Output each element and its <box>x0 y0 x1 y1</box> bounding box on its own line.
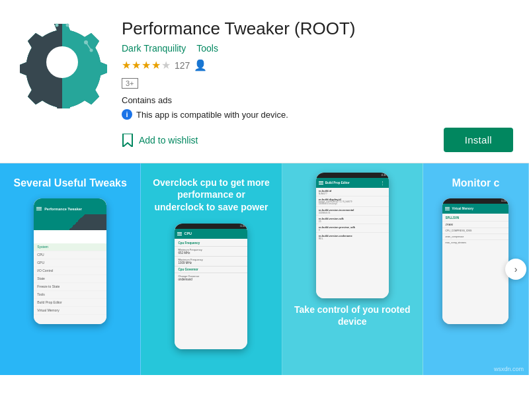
info-icon: i <box>122 109 132 120</box>
menu-icon-3 <box>319 181 323 185</box>
phone-statusbar-4: 11:30 <box>442 198 509 204</box>
phone-mockup-4: 11:30 Virtual Memory SPLLSVN ZRAM <box>442 198 509 324</box>
bp-item-4: ro.build.version.sdk 25 <box>316 216 389 224</box>
menu-item-gpu: GPU <box>34 259 106 267</box>
phone1-topbar-title: Performance Tweaker <box>44 207 82 211</box>
screenshot-card-1: Several Useful Tweaks Performance Tweake… <box>0 163 141 375</box>
developer-name[interactable]: Dark Tranquility <box>122 43 186 54</box>
star-1: ★ <box>122 59 131 71</box>
action-row: Add to wishlist Install <box>122 128 513 152</box>
phone-menu-list-1: System CPU GPU I/O Control State Freeze … <box>34 243 106 324</box>
phone-screen-4: 11:30 Virtual Memory SPLLSVN ZRAM <box>442 198 509 324</box>
menu-icon-1 <box>36 207 42 210</box>
install-button[interactable]: Install <box>444 128 513 152</box>
bp-item-3: ro.build.version.incremental 3306fbfb74 <box>316 207 389 216</box>
vmem-item-1: SPLLSVN <box>442 215 509 222</box>
menu-item-io: I/O Control <box>34 267 106 275</box>
age-badge: 3+ <box>122 78 138 89</box>
app-icon <box>16 16 108 108</box>
chevron-right-icon: › <box>514 264 518 274</box>
app-header: Performance Tweaker (ROOT) Dark Tranquil… <box>0 0 529 163</box>
app-icon-container <box>16 16 108 108</box>
star-2: ★ <box>132 59 141 71</box>
phone-cpu-content: Cpu Frequency Minimum Frequency 652 MHz … <box>175 239 247 349</box>
rating-row: ★ ★ ★ ★ ★ 127 👤 <box>122 59 513 71</box>
screenshot-4-heading: Monitor c <box>441 163 510 198</box>
bp-item-6: ro.build.version.codename REL <box>316 233 389 241</box>
star-5: ★ <box>161 59 171 71</box>
menu-item-state: State <box>34 275 106 283</box>
phone-mockup-2: 11:30 CPU Cpu Frequency Minimum Freq <box>175 224 247 349</box>
phone-mockup-1: Performance Tweaker System CPU GPU I/O C… <box>34 198 106 324</box>
cpu-governor-header: Cpu Governor <box>175 267 247 273</box>
cpu-max-freq: Maximum Frequency 1009 MHz <box>175 257 247 267</box>
compatibility-text: This app is compatible with your device. <box>136 110 288 120</box>
app-meta: Dark Tranquility Tools <box>122 43 513 54</box>
wishlist-label: Add to wishlist <box>139 135 198 146</box>
star-4: ★ <box>151 59 161 71</box>
phone-statusbar-2: 11:30 <box>175 224 247 229</box>
cpu-freq-header: Cpu Frequency <box>175 240 247 247</box>
bp-item-5: ro.build.version.preview_sdk 0 <box>316 224 389 233</box>
menu-item-cpu: CPU <box>34 251 106 259</box>
menu-icon-4 <box>445 207 450 210</box>
star-3: ★ <box>142 59 151 71</box>
menu-item-buildprop: Build Prop Editor <box>34 299 106 307</box>
next-arrow[interactable]: › <box>505 259 526 280</box>
vmem-content: SPLLSVN ZRAM CPU_COMPRESS_IONS zram_comp… <box>442 214 509 324</box>
rating-count: 127 <box>175 60 190 71</box>
svg-point-5 <box>56 24 59 27</box>
screenshot-1-heading: Several Useful Tweaks <box>3 163 137 198</box>
person-icon: 👤 <box>194 59 207 71</box>
buildprop-content: ro.build.id NJM477 ro.build.display.id l… <box>316 188 389 298</box>
screenshot-2-heading: Overclock cpu to get more performance or… <box>141 163 281 221</box>
compatibility-row: i This app is compatible with your devic… <box>122 109 513 120</box>
cpu-min-freq: Minimum Frequency 652 MHz <box>175 247 247 257</box>
contains-ads-label: Contains ads <box>122 95 513 105</box>
phone-screen-3: 11:30 Build Prop Editor ⋮ ro.build.id <box>316 173 389 298</box>
bookmark-icon <box>122 134 134 147</box>
category-name[interactable]: Tools <box>196 43 218 54</box>
phone-mockup-3: 11:30 Build Prop Editor ⋮ ro.build.id <box>316 173 389 298</box>
phone3-topbar-title: Build Prop Editor <box>325 181 350 185</box>
vmem-item-5: max_comp_streams <box>442 240 509 245</box>
phone-image-area-1 <box>34 214 106 243</box>
screenshot-card-2: Overclock cpu to get more performance or… <box>141 163 282 375</box>
app-info: Performance Tweaker (ROOT) Dark Tranquil… <box>122 16 513 152</box>
search-icon-3: ⋮ <box>380 181 385 186</box>
vmem-item-4: zram_compressor <box>442 234 509 240</box>
phone-topbar-3: Build Prop Editor ⋮ <box>316 178 389 188</box>
phone2-topbar-title: CPU <box>184 231 192 235</box>
vmem-item-3: CPU_COMPRESS_IONS <box>442 228 509 234</box>
phone-topbar-4: Virtual Memory <box>442 204 509 214</box>
screenshot-3-bottom-text: Take control of you rooted device <box>282 298 423 327</box>
phone-statusbar-1 <box>34 198 106 204</box>
phone-topbar-1: Performance Tweaker <box>34 204 106 214</box>
menu-item-system: System <box>34 243 106 251</box>
phone-screen-1: Performance Tweaker System CPU GPU I/O C… <box>34 198 106 324</box>
svg-point-6 <box>66 24 69 27</box>
menu-item-vmem: Virtual Memory <box>34 307 106 315</box>
cpu-change-governor: Change Governor ondemand <box>175 273 247 282</box>
svg-point-1 <box>46 46 78 78</box>
menu-icon-2 <box>177 232 182 235</box>
vmem-item-2: ZRAM <box>442 222 509 228</box>
bp-item-1: ro.build.id NJM477 <box>316 188 389 196</box>
watermark: wsxdn.com <box>494 366 524 372</box>
bp-item-2: ro.build.display.id lineage_moto6Debug 7… <box>316 196 389 207</box>
phone-screen-2: 11:30 CPU Cpu Frequency Minimum Freq <box>175 224 247 349</box>
wishlist-button[interactable]: Add to wishlist <box>122 134 198 147</box>
phone4-topbar-title: Virtual Memory <box>452 207 473 210</box>
menu-item-freeze: Freeze to State <box>34 283 106 291</box>
stars-container: ★ ★ ★ ★ ★ <box>122 59 171 71</box>
menu-item-tools: Tools <box>34 291 106 299</box>
screenshot-card-3: 11:30 Build Prop Editor ⋮ ro.build.id <box>282 163 423 375</box>
phone-statusbar-3: 11:30 <box>316 173 389 178</box>
phone-topbar-2: CPU <box>175 229 247 239</box>
app-title: Performance Tweaker (ROOT) <box>122 19 513 39</box>
screenshots-section: Several Useful Tweaks Performance Tweake… <box>0 163 529 375</box>
